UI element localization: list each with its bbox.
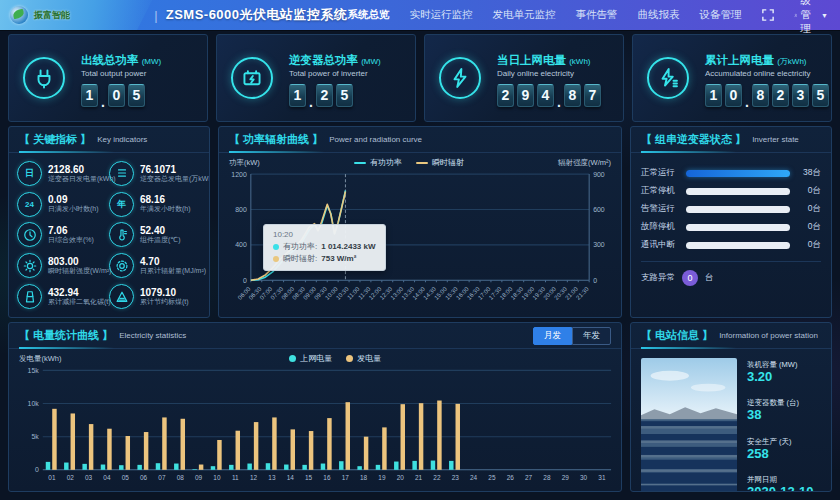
field-value: 258 [747,447,821,462]
panel-subtitle: Electricity statistics [119,331,186,340]
digit-box: 3 [792,84,809,107]
svg-text:12: 12 [250,474,257,481]
kpi-subtitle: Total output power [81,69,161,78]
power-radiation-chart[interactable]: 10:20有功功率: 1 014.2433 kW瞬时辐射: 753 W/m² 0… [219,168,621,317]
nav-item-link[interactable]: 实时运行监控 [410,8,473,22]
panel-title: 【 功率辐射曲线 】 [229,132,323,147]
digit-dot: . [557,97,561,107]
kpi-unit: (MW) [142,57,162,66]
branch-abnormal-unit: 台 [705,272,714,284]
bar-chart-head: 发电量(kWh) 上网电量发电量 [9,349,621,364]
indicator-label: 累计减排二氧化碳(t) [48,298,111,306]
svg-text:5k: 5k [31,433,39,441]
svg-text:15: 15 [305,474,312,481]
legend-item[interactable]: 发电量 [346,353,381,364]
station-info-panel: 【 电站信息 】 Information of power station 装机… [630,322,832,492]
power-radiation-panel: 【 功率辐射曲线 】 Power and radiation curve 功率(… [218,126,622,318]
logo-text: 振富智能 [34,9,70,22]
hours24-icon: 24 [17,192,42,217]
indicator-value: 52.40 [140,225,181,236]
legend-item[interactable]: 瞬时辐射 [416,157,464,168]
indicator-value: 68.16 [140,194,191,205]
state-bar [686,224,790,231]
logo-globe-icon [10,6,28,24]
range-button-年发[interactable]: 年发 [572,327,611,345]
state-count: 0台 [797,203,821,215]
app-title: ZSMS-6000光伏电站监控系统 [166,6,348,24]
svg-text:15k: 15k [28,367,40,375]
key-indicator: 日2128.60逆变器日发电量(kWh) [17,161,109,186]
station-panel-header: 【 电站信息 】 Information of power station [631,323,831,349]
station-info-body: 装机容量 (MW)3.20逆变器数量 (台)38安全生产 (天)258并网日期2… [631,349,831,492]
power-panel-header: 【 功率辐射曲线 】 Power and radiation curve [219,127,621,153]
digit-box: 4 [537,84,554,107]
svg-text:18: 18 [360,474,367,481]
electricity-bar-chart[interactable]: 05k10k15k0102030405060708091011121314151… [9,364,621,491]
key-indicator: 240.09日满发小时数(h) [17,192,109,217]
kpi-title: 逆变器总功率 (MW) [289,54,381,66]
indicator-value: 76.1071 [140,164,210,175]
svg-text:1200: 1200 [231,171,247,178]
key-indicators-grid: 日2128.60逆变器日发电量(kWh)76.1071逆变器总发电量(万kWh)… [9,153,209,317]
state-label: 正常停机 [641,185,679,197]
chevron-down-icon: ▼ [821,12,828,19]
svg-text:17: 17 [342,474,349,481]
legend-item[interactable]: 上网电量 [289,353,332,364]
svg-text:300: 300 [593,241,605,248]
state-count: 0台 [797,239,821,251]
svg-text:21: 21 [415,474,422,481]
kpi-subtitle: Daily online electricity [497,69,601,78]
indicator-label: 年满发小时数(h) [140,205,191,213]
svg-text:20: 20 [397,474,404,481]
indicator-value: 1079.10 [140,287,189,298]
panel-title: 【 电量统计曲线 】 [19,328,113,343]
dashboard: 振富智能 | ZSMS-6000光伏电站监控系统 系统总览实时运行监控发电单元监… [0,0,840,492]
digit-box: 5 [128,84,145,107]
kpi-subtitle: Accumulated online electricity [705,69,829,78]
digit-box: 8 [752,84,769,107]
svg-text:30: 30 [580,474,587,481]
state-bar [686,206,790,213]
legend-item[interactable]: 有功功率 [354,157,402,168]
svg-text:31: 31 [598,474,605,481]
nav-item-active[interactable]: 系统总览 [348,8,390,22]
state-bar [686,170,790,177]
station-fields: 装机容量 (MW)3.20逆变器数量 (台)38安全生产 (天)258并网日期2… [747,358,821,492]
sun-icon [17,253,42,278]
digit-dot: . [309,97,313,107]
kpi-card: 累计上网电量 (万kWh)Accumulated online electric… [632,34,832,122]
state-count: 0台 [797,221,821,233]
digit-box: 9 [517,84,534,107]
clock-icon [17,222,42,247]
bolt-day-icon [439,57,481,99]
day-icon: 日 [17,161,42,186]
digit-box: 0 [108,84,125,107]
svg-text:06: 06 [140,474,147,481]
range-button-月发[interactable]: 月发 [533,327,572,345]
fullscreen-icon[interactable] [762,9,774,21]
svg-text:19: 19 [378,474,385,481]
inverter-state-row: 告警运行0台 [641,203,821,215]
state-count: 38台 [797,167,821,179]
indicator-label: 日满发小时数(h) [48,205,99,213]
digit-box: 0 [725,84,742,107]
branch-abnormal-badge: 0 [682,270,698,286]
nav-item-link[interactable]: 曲线报表 [638,8,680,22]
power-chart-head: 功率(kW) 有功功率瞬时辐射 辐射强度(W/m²) [219,153,621,168]
bolt-total-icon [647,57,689,99]
inverter-state-body: 正常运行38台正常停机0台告警运行0台故障停机0台通讯中断0台 支路异常 0 台 [631,153,831,317]
y-left-axis-label: 功率(kW) [229,158,260,168]
station-field: 逆变器数量 (台)38 [747,398,821,423]
header: 振富智能 | ZSMS-6000光伏电站监控系统 系统总览实时运行监控发电单元监… [0,0,840,30]
nav-item-link[interactable]: 事件告警 [576,8,618,22]
bar-legend: 上网电量发电量 [289,353,381,364]
kpi-value: 294.87 [497,84,601,107]
svg-text:10k: 10k [28,400,40,408]
key-indicator: 432.94累计减排二氧化碳(t) [17,284,109,309]
kpi-title: 当日上网电量 (kWh) [497,54,591,66]
svg-text:07: 07 [158,474,165,481]
svg-text:0: 0 [35,466,39,474]
year-icon: 年 [109,192,134,217]
nav-item-link[interactable]: 设备管理 [700,8,742,22]
nav-item-link[interactable]: 发电单元监控 [493,8,556,22]
